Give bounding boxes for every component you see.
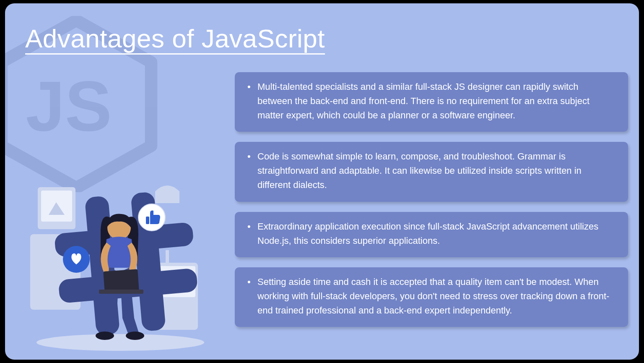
svg-rect-14 [54, 222, 194, 258]
card-list: Multi-talented specialists and a similar… [235, 72, 628, 327]
svg-rect-4 [38, 187, 75, 229]
woman-figure [96, 214, 144, 340]
slide-title: Advantages of JavaScript [25, 24, 325, 53]
svg-point-18 [126, 332, 144, 340]
svg-rect-10 [154, 266, 195, 280]
advantage-card: Extraordinary application execution sinc… [235, 212, 628, 257]
advantage-card: Multi-talented specialists and a similar… [235, 72, 628, 132]
advantage-card: Setting aside time and cash it is accept… [235, 267, 628, 327]
svg-point-21 [63, 246, 90, 273]
svg-rect-20 [99, 290, 143, 294]
heart-bubble-icon [63, 246, 90, 273]
svg-point-22 [138, 204, 165, 231]
svg-rect-23 [146, 217, 149, 224]
slide-container: JS Advantages of JavaScript Multi-talent… [5, 3, 639, 360]
svg-point-17 [96, 332, 114, 340]
svg-rect-5 [41, 191, 72, 222]
svg-rect-9 [152, 263, 198, 330]
thumbsup-bubble-icon [138, 204, 165, 231]
svg-text:JS: JS [26, 67, 112, 146]
svg-rect-13 [130, 192, 166, 332]
svg-rect-11 [154, 283, 195, 297]
svg-rect-7 [166, 250, 169, 309]
svg-rect-8 [158, 307, 177, 311]
svg-point-2 [36, 334, 204, 351]
svg-point-16 [107, 216, 131, 240]
advantage-card: Code is somewhat simple to learn, compos… [235, 142, 628, 201]
svg-rect-19 [103, 269, 139, 293]
svg-rect-3 [30, 234, 80, 310]
svg-rect-12 [85, 196, 120, 336]
svg-marker-6 [49, 202, 65, 215]
svg-rect-15 [58, 268, 198, 304]
woman-hashtag-illustration [26, 171, 219, 352]
